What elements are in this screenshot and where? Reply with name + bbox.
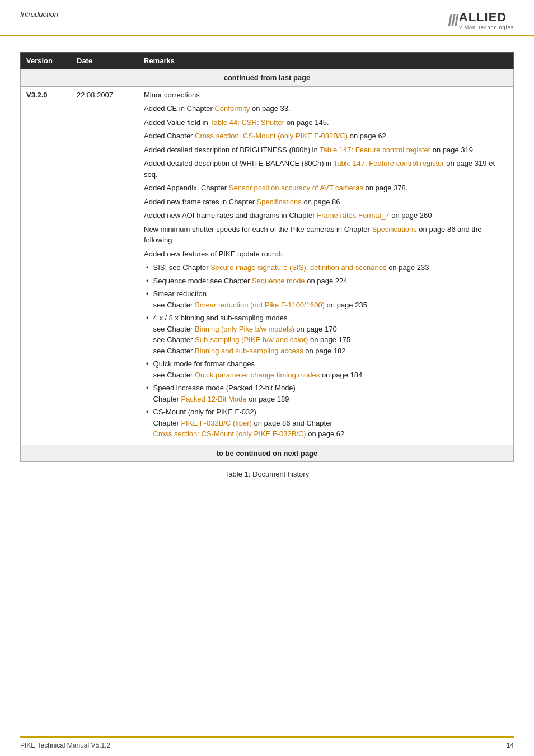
- link-frame-rates-format7[interactable]: Frame rates Format_7: [317, 211, 389, 220]
- link-sensor-position[interactable]: Sensor position accuracy of AVT cameras: [229, 184, 363, 192]
- link-specifications[interactable]: Specifications: [257, 198, 302, 206]
- link-table147-wb[interactable]: Table 147: Feature control register: [334, 159, 444, 167]
- manual-title: PIKE Technical Manual V5.1.2: [20, 741, 110, 749]
- link-table147-brightness[interactable]: Table 147: Feature control register: [320, 146, 430, 154]
- section-title: Introduction: [20, 10, 58, 18]
- footer-content: PIKE Technical Manual V5.1.2 14: [20, 741, 514, 749]
- logo-text: ALLIED: [459, 10, 507, 24]
- remark-cross-section: Added Chapter Cross section: CS-Mount (o…: [144, 130, 508, 142]
- remark-frame-rates: Added new frame rates in Chapter Specifi…: [144, 197, 508, 208]
- link-quick-param[interactable]: Quick parameter change timing modes: [195, 371, 320, 379]
- list-item-cs-mount: CS-Mount (only for PIKE F-032) Chapter P…: [146, 407, 508, 440]
- list-item-binning: 4 x / 8 x binning and sub-sampling modes…: [146, 312, 508, 356]
- remark-white-balance: Added detailed description of WHITE-BALA…: [144, 158, 508, 180]
- continued-label: continued from last page: [21, 69, 514, 87]
- remark-brightness: Added detailed description of BRIGHTNESS…: [144, 144, 508, 156]
- document-history-table: Version Date Remarks continued from last…: [20, 52, 514, 462]
- col-remarks: Remarks: [138, 53, 514, 69]
- table-row: V3.2.0 22.08.2007 Minor corrections Adde…: [21, 86, 514, 445]
- table-header-row: Version Date Remarks: [21, 53, 514, 69]
- link-specifications-2[interactable]: Specifications: [372, 225, 417, 234]
- footer-divider: [20, 736, 514, 738]
- list-item-smear: Smear reductionsee Chapter Smear reducti…: [146, 288, 508, 310]
- date-cell: 22.08.2007: [71, 86, 138, 445]
- logo-sub: Vision Technologies: [459, 25, 514, 30]
- table-caption: Table 1: Document history: [20, 470, 514, 478]
- list-item-sis: SIS: see Chapter Secure image signature …: [146, 262, 508, 273]
- link-pike-fiber[interactable]: PIKE F-032B/C (fiber): [181, 419, 251, 427]
- link-sequence-mode[interactable]: Sequence mode: [252, 277, 305, 285]
- link-binning-access[interactable]: Binning and sub-sampling access: [195, 347, 303, 355]
- to-continue-row: to be continued on next page: [21, 445, 514, 462]
- remarks-cell: Minor corrections Added CE in Chapter Co…: [138, 86, 514, 445]
- remark-aoi-frame-rates: Added new AOI frame rates and diagrams i…: [144, 210, 508, 221]
- remark-minor-corrections: Minor corrections: [144, 90, 508, 101]
- version-cell: V3.2.0: [21, 86, 71, 445]
- link-sis[interactable]: Secure image signature (SIS): definition…: [210, 263, 386, 272]
- page-header: Introduction /// ALLIED Vision Technolog…: [0, 0, 534, 35]
- page-footer: PIKE Technical Manual V5.1.2 14: [0, 732, 534, 756]
- link-subsampling[interactable]: Sub-sampling (PIKE b/w and color): [195, 335, 308, 344]
- link-table44[interactable]: Table 44: CSR: Shutter: [210, 118, 284, 127]
- main-content: Version Date Remarks continued from last…: [0, 36, 534, 522]
- logo: /// ALLIED Vision Technologies: [448, 10, 514, 30]
- remark-shutter-speeds: New minimum shutter speeds for each of t…: [144, 224, 508, 246]
- features-list: SIS: see Chapter Secure image signature …: [146, 262, 508, 440]
- link-packed-12bit[interactable]: Packed 12-Bit Mode: [181, 395, 246, 403]
- col-date: Date: [71, 53, 138, 69]
- link-smear-reduction[interactable]: Smear reduction (not Pike F-1100/1600): [195, 301, 325, 309]
- link-cross-section-2[interactable]: Cross section: CS-Mount (only PIKE F-032…: [153, 430, 306, 438]
- list-item-quick-mode: Quick mode for format changes see Chapte…: [146, 358, 508, 380]
- remark-ce: Added CE in Chapter Conformity on page 3…: [144, 103, 508, 114]
- link-binning[interactable]: Binning (only Pike b/w models): [195, 325, 294, 333]
- link-cross-section[interactable]: Cross section: CS-Mount (only PIKE F-032…: [195, 132, 348, 140]
- remark-new-features: Added new features of PIKE update round:: [144, 249, 508, 260]
- logo-slashes: ///: [448, 11, 457, 29]
- list-item-speed-increase: Speed increase mode (Packed 12-bit Mode)…: [146, 382, 508, 404]
- list-item-sequence: Sequence mode: see Chapter Sequence mode…: [146, 276, 508, 287]
- to-continue-label: to be continued on next page: [21, 445, 514, 462]
- link-conformity[interactable]: Conformity: [214, 104, 250, 113]
- col-version: Version: [21, 53, 71, 69]
- continued-row: continued from last page: [21, 69, 514, 87]
- remark-appendix: Added Appendix, Chapter Sensor position …: [144, 183, 508, 194]
- page-number: 14: [507, 741, 514, 749]
- remark-value-field: Added Value field in Table 44: CSR: Shut…: [144, 117, 508, 128]
